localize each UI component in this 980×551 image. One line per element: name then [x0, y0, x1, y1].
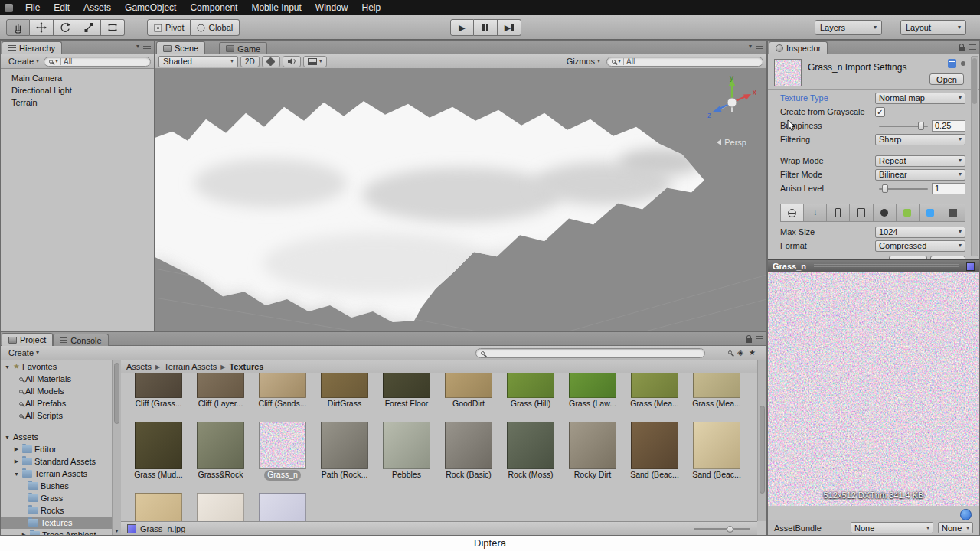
tree-item-all-models[interactable]: All Models — [1, 385, 120, 397]
hand-tool-button[interactable] — [6, 19, 30, 36]
asset-item[interactable]: Grass (Mea... — [631, 373, 678, 409]
asset-item[interactable] — [259, 493, 306, 521]
tab-game[interactable]: Game — [219, 42, 267, 54]
panel-dropdown-icon[interactable]: ▾ — [136, 44, 139, 50]
pause-button[interactable] — [474, 19, 498, 36]
platform-tab-ipad[interactable] — [850, 204, 873, 221]
hierarchy-item-main-camera[interactable]: Main Camera — [1, 72, 154, 84]
menu-help[interactable]: Help — [355, 0, 388, 15]
expand-arrow-icon[interactable]: ▶ — [13, 458, 20, 465]
breadcrumb-textures[interactable]: Textures — [229, 362, 263, 371]
pivot-toggle-button[interactable]: Pivot — [147, 19, 191, 36]
expand-arrow-icon[interactable]: ▼ — [13, 471, 20, 477]
bumpiness-value-field[interactable]: 0.25 — [932, 120, 965, 132]
open-button[interactable]: Open — [929, 73, 964, 85]
format-dropdown[interactable]: Compressed▾ — [875, 240, 965, 252]
panel-menu-icon[interactable] — [143, 44, 151, 50]
tree-item-all-prefabs[interactable]: All Prefabs — [1, 397, 120, 409]
asset-item[interactable]: Pebbles — [383, 422, 430, 481]
assetbundle-variant-dropdown[interactable]: None▾ — [938, 522, 973, 533]
panel-menu-icon[interactable] — [969, 44, 976, 51]
menu-file[interactable]: File — [18, 0, 47, 15]
tab-scene[interactable]: Scene — [156, 41, 205, 54]
menu-edit[interactable]: Edit — [47, 0, 77, 15]
tree-item-editor[interactable]: ▶ Editor — [1, 443, 120, 455]
inspector-scrollbar[interactable] — [971, 56, 978, 256]
scrollbar-thumb[interactable] — [114, 363, 119, 424]
tree-scrollbar[interactable]: ▼ — [112, 360, 121, 535]
rect-tool-button[interactable] — [101, 19, 125, 36]
scroll-down-arrow-icon[interactable]: ▼ — [113, 528, 121, 534]
2d-toggle-button[interactable]: 2D — [240, 56, 260, 67]
tree-item-trees-ambient[interactable]: ▶ Trees Ambient — [1, 529, 120, 535]
breadcrumb-terrain-assets[interactable]: Terrain Assets — [164, 362, 217, 371]
asset-label-icon[interactable] — [960, 509, 972, 520]
platform-tab-blackberry[interactable] — [920, 204, 942, 221]
asset-item[interactable]: Rocky Dirt — [569, 422, 616, 481]
perspective-toggle[interactable]: Persp — [717, 138, 746, 147]
tree-item-grass[interactable]: Grass — [1, 492, 120, 504]
asset-item[interactable]: Rock (Moss) — [507, 422, 554, 481]
thumbnail-zoom-slider[interactable] — [694, 526, 750, 533]
help-book-icon[interactable] — [948, 59, 956, 68]
menu-gameobject[interactable]: GameObject — [118, 0, 183, 15]
max-size-dropdown[interactable]: 1024▾ — [875, 227, 965, 238]
tree-item-all-scripts[interactable]: All Scripts — [1, 409, 120, 422]
save-search-icon[interactable]: ★ — [749, 348, 756, 357]
scrollbar-thumb[interactable] — [972, 58, 977, 104]
search-by-label-icon[interactable]: ◈ — [737, 348, 743, 357]
tree-item-standard-assets[interactable]: ▶ Standard Assets — [1, 455, 120, 468]
tree-item-terrain-assets[interactable]: ▼ Terrain Assets — [1, 468, 120, 480]
move-tool-button[interactable] — [30, 19, 54, 36]
asset-item[interactable]: Grass (Hill) — [507, 373, 554, 409]
hierarchy-item-terrain[interactable]: Terrain — [1, 96, 154, 109]
scale-tool-button[interactable] — [77, 19, 101, 36]
asset-item[interactable]: Cliff (Layer... — [197, 373, 244, 409]
aniso-value-field[interactable]: 1 — [932, 183, 965, 194]
grid-scrollbar[interactable] — [757, 360, 766, 521]
asset-item[interactable]: Cliff (Sands... — [259, 373, 306, 409]
aniso-slider[interactable] — [879, 183, 928, 194]
panel-menu-icon[interactable] — [756, 336, 763, 342]
asset-item[interactable] — [135, 493, 182, 521]
tree-item-all-materials[interactable]: All Materials — [1, 373, 120, 385]
preview-header[interactable]: Grass_n — [768, 259, 979, 272]
asset-item[interactable]: Grass (Law... — [569, 373, 616, 409]
project-search-input[interactable] — [475, 348, 705, 358]
menu-assets[interactable]: Assets — [77, 0, 118, 15]
tab-console[interactable]: Console — [53, 334, 108, 346]
asset-item[interactable]: Path (Rock... — [321, 422, 368, 481]
asset-item[interactable]: Grass (Mea... — [693, 373, 740, 409]
effects-dropdown-button[interactable]: ▾ — [303, 56, 327, 67]
scrollbar-thumb[interactable] — [760, 406, 765, 494]
asset-item[interactable]: Rock (Basic) — [445, 422, 492, 481]
tree-item-bushes[interactable]: Bushes — [1, 480, 120, 492]
breadcrumb-assets[interactable]: Assets — [126, 362, 152, 371]
scene-search-input[interactable]: ▾ All — [606, 57, 763, 67]
search-by-type-icon[interactable] — [728, 350, 732, 354]
grayscale-checkbox[interactable]: ✓ — [875, 107, 885, 117]
asset-item[interactable]: Grass (Mud... — [135, 422, 182, 481]
draw-mode-dropdown[interactable]: Shaded▾ — [158, 56, 238, 67]
slider-knob[interactable] — [882, 184, 888, 193]
scene-viewport[interactable]: y x z Persp — [155, 69, 766, 331]
platform-tab-iphone[interactable] — [827, 204, 850, 221]
menu-window[interactable]: Window — [309, 0, 355, 15]
asset-item[interactable] — [197, 493, 244, 521]
play-button[interactable]: ▶ — [450, 19, 474, 36]
layers-dropdown[interactable]: Layers▾ — [815, 20, 882, 35]
asset-item-selected[interactable]: Grass_n — [259, 422, 306, 481]
lighting-toggle-button[interactable] — [262, 56, 280, 67]
texture-preview[interactable]: 512x512 DXTnm 341.4 KB — [768, 272, 979, 506]
lock-icon[interactable] — [746, 338, 752, 343]
expand-arrow-icon[interactable]: ▶ — [21, 532, 28, 535]
tab-project[interactable]: Project — [2, 333, 53, 346]
expand-arrow-icon[interactable]: ▼ — [4, 435, 11, 440]
layout-dropdown[interactable]: Layout▾ — [900, 20, 966, 35]
tree-item-assets[interactable]: ▼ Assets — [1, 431, 120, 443]
menu-component[interactable]: Component — [183, 0, 244, 15]
rotate-tool-button[interactable] — [54, 19, 77, 36]
drag-grip-icon[interactable] — [814, 264, 959, 269]
hierarchy-search-input[interactable]: ▾ All — [44, 57, 151, 67]
global-toggle-button[interactable]: Global — [191, 19, 240, 36]
